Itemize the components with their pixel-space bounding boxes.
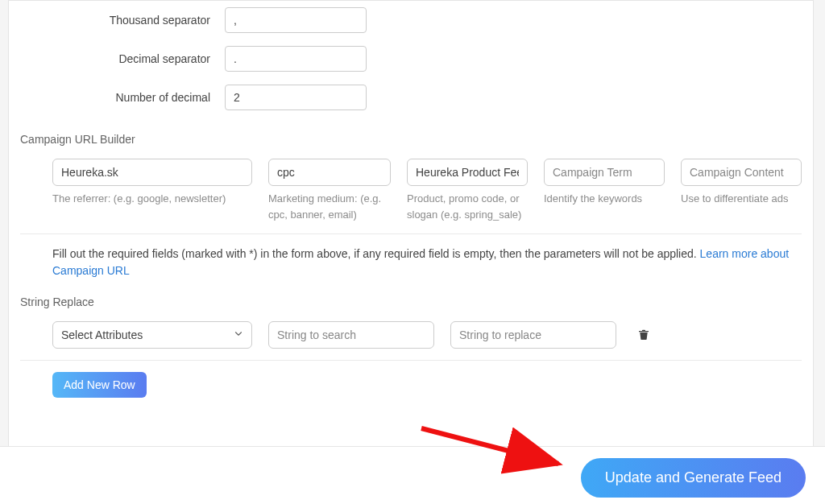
campaign-content-col: Use to differentiate ads [681,159,802,222]
string-replace-attribute-select[interactable]: Select Attributes [52,321,252,349]
settings-panel: Thousand separator Decimal separator Num… [8,0,814,447]
string-to-replace-input[interactable] [450,321,616,349]
string-replace-attribute-select-wrap: Select Attributes [52,321,252,349]
campaign-name-col: Product, promo code, or slogan (e.g. spr… [407,159,528,222]
update-and-generate-feed-button[interactable]: Update and Generate Feed [581,458,806,498]
add-new-row-button[interactable]: Add New Row [52,372,147,398]
campaign-source-input[interactable] [52,159,252,186]
campaign-content-input[interactable] [681,159,802,186]
decimal-count-input[interactable] [225,85,367,110]
divider [20,360,802,361]
campaign-term-col: Identify the keywords [544,159,665,222]
campaign-content-hint: Use to differentiate ads [681,191,802,207]
campaign-term-hint: Identify the keywords [544,191,665,207]
decimal-separator-input[interactable] [225,46,367,72]
campaign-url-builder-heading: Campaign URL Builder [20,133,813,146]
decimal-count-label: Number of decimal [9,91,225,104]
campaign-url-info-text: Fill out the required fields (marked wit… [52,247,700,260]
string-to-search-input[interactable] [268,321,434,349]
campaign-name-hint: Product, promo code, or slogan (e.g. spr… [407,191,528,222]
footer-bar: Update and Generate Feed [0,446,825,504]
campaign-medium-col: Marketing medium: (e.g. cpc, banner, ema… [268,159,391,222]
trash-icon[interactable] [637,328,650,343]
campaign-medium-input[interactable] [268,159,391,186]
thousand-separator-label: Thousand separator [9,14,225,27]
string-replace-heading: String Replace [20,295,813,308]
decimal-separator-row: Decimal separator [9,39,813,78]
decimal-count-row: Number of decimal [9,78,813,117]
campaign-source-col: The referrer: (e.g. google, newsletter) [52,159,252,222]
campaign-url-info: Fill out the required fields (marked wit… [52,246,794,279]
thousand-separator-row: Thousand separator [9,1,813,39]
string-replace-row: Select Attributes [52,321,813,349]
campaign-medium-hint: Marketing medium: (e.g. cpc, banner, ema… [268,191,391,222]
thousand-separator-input[interactable] [225,7,367,33]
decimal-separator-label: Decimal separator [9,52,225,65]
divider [20,233,802,234]
campaign-name-input[interactable] [407,159,528,186]
campaign-url-builder-row: The referrer: (e.g. google, newsletter) … [52,159,813,222]
campaign-source-hint: The referrer: (e.g. google, newsletter) [52,191,252,207]
campaign-term-input[interactable] [544,159,665,186]
